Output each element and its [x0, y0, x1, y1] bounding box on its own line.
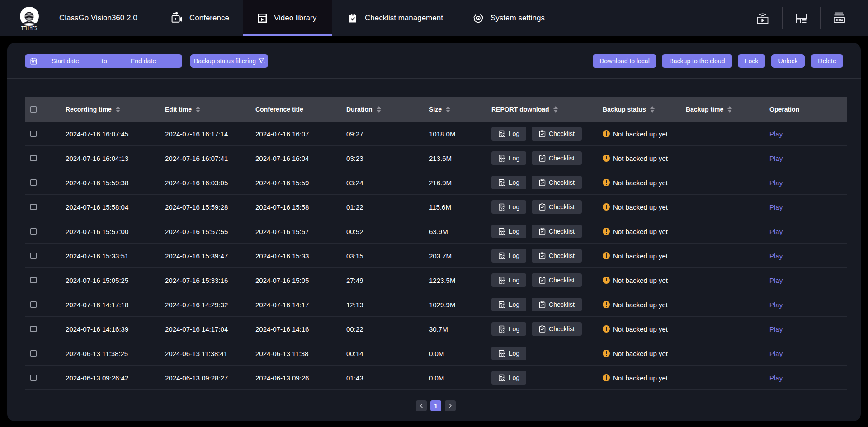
svg-text:TELLYES: TELLYES	[21, 25, 37, 32]
